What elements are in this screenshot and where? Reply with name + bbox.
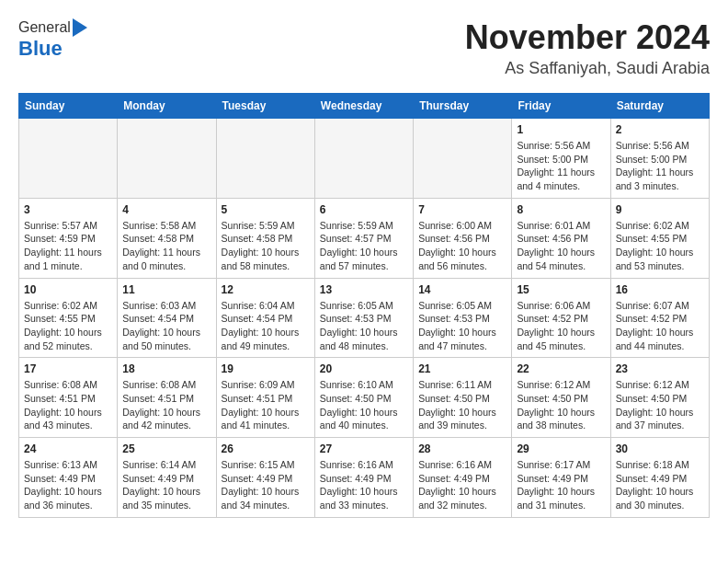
calendar-header-thursday: Thursday — [414, 94, 512, 119]
day-number: 7 — [418, 203, 506, 216]
day-info: Sunrise: 5:58 AM Sunset: 4:58 PM Dayligh… — [122, 219, 210, 273]
day-number: 24 — [24, 442, 112, 455]
calendar-cell: 16Sunrise: 6:07 AM Sunset: 4:52 PM Dayli… — [610, 278, 709, 358]
day-info: Sunrise: 5:59 AM Sunset: 4:57 PM Dayligh… — [320, 219, 408, 273]
day-number: 10 — [24, 283, 112, 296]
month-title: November 2024 — [465, 18, 710, 57]
location-title: As Saffaniyah, Saudi Arabia — [465, 59, 710, 78]
day-number: 2 — [616, 123, 704, 136]
calendar-cell — [19, 119, 118, 199]
calendar-cell: 26Sunrise: 6:15 AM Sunset: 4:49 PM Dayli… — [216, 438, 314, 518]
day-info: Sunrise: 6:12 AM Sunset: 4:50 PM Dayligh… — [517, 378, 605, 432]
calendar: SundayMondayTuesdayWednesdayThursdayFrid… — [18, 93, 710, 518]
day-info: Sunrise: 5:56 AM Sunset: 5:00 PM Dayligh… — [517, 139, 605, 193]
calendar-cell: 23Sunrise: 6:12 AM Sunset: 4:50 PM Dayli… — [610, 358, 709, 438]
day-number: 27 — [320, 442, 408, 455]
day-number: 22 — [517, 362, 605, 375]
calendar-week-4: 17Sunrise: 6:08 AM Sunset: 4:51 PM Dayli… — [19, 358, 710, 438]
day-number: 29 — [517, 442, 605, 455]
day-number: 18 — [122, 362, 210, 375]
day-number: 9 — [616, 203, 704, 216]
day-number: 28 — [418, 442, 506, 455]
day-number: 16 — [616, 283, 704, 296]
calendar-cell — [216, 119, 314, 199]
calendar-cell: 9Sunrise: 6:02 AM Sunset: 4:55 PM Daylig… — [610, 198, 709, 278]
day-number: 26 — [222, 442, 310, 455]
day-number: 6 — [320, 203, 408, 216]
day-info: Sunrise: 5:57 AM Sunset: 4:59 PM Dayligh… — [24, 219, 112, 273]
logo-blue-text: Blue — [18, 37, 63, 61]
day-number: 21 — [418, 362, 506, 375]
day-info: Sunrise: 6:07 AM Sunset: 4:52 PM Dayligh… — [616, 299, 704, 353]
calendar-cell: 14Sunrise: 6:05 AM Sunset: 4:53 PM Dayli… — [414, 278, 512, 358]
day-number: 3 — [24, 203, 112, 216]
calendar-header-sunday: Sunday — [19, 94, 118, 119]
calendar-cell: 6Sunrise: 5:59 AM Sunset: 4:57 PM Daylig… — [314, 198, 413, 278]
day-number: 17 — [24, 362, 112, 375]
calendar-cell: 19Sunrise: 6:09 AM Sunset: 4:51 PM Dayli… — [216, 358, 314, 438]
day-number: 30 — [616, 442, 704, 455]
calendar-cell: 29Sunrise: 6:17 AM Sunset: 4:49 PM Dayli… — [512, 438, 610, 518]
calendar-week-1: 1Sunrise: 5:56 AM Sunset: 5:00 PM Daylig… — [19, 119, 710, 199]
calendar-cell — [414, 119, 512, 199]
calendar-cell: 10Sunrise: 6:02 AM Sunset: 4:55 PM Dayli… — [19, 278, 118, 358]
day-number: 19 — [222, 362, 310, 375]
calendar-body: 1Sunrise: 5:56 AM Sunset: 5:00 PM Daylig… — [19, 119, 710, 518]
day-info: Sunrise: 6:10 AM Sunset: 4:50 PM Dayligh… — [320, 378, 408, 432]
calendar-cell: 30Sunrise: 6:18 AM Sunset: 4:49 PM Dayli… — [610, 438, 709, 518]
day-info: Sunrise: 6:06 AM Sunset: 4:52 PM Dayligh… — [517, 299, 605, 353]
calendar-cell: 15Sunrise: 6:06 AM Sunset: 4:52 PM Dayli… — [512, 278, 610, 358]
calendar-cell: 7Sunrise: 6:00 AM Sunset: 4:56 PM Daylig… — [414, 198, 512, 278]
day-info: Sunrise: 6:18 AM Sunset: 4:49 PM Dayligh… — [616, 458, 704, 512]
day-info: Sunrise: 6:16 AM Sunset: 4:49 PM Dayligh… — [418, 458, 506, 512]
day-info: Sunrise: 6:05 AM Sunset: 4:53 PM Dayligh… — [418, 299, 506, 353]
header: General Blue November 2024 As Saffaniyah… — [18, 18, 710, 78]
day-number: 8 — [517, 203, 605, 216]
calendar-header-wednesday: Wednesday — [314, 94, 413, 119]
calendar-cell: 2Sunrise: 5:56 AM Sunset: 5:00 PM Daylig… — [610, 119, 709, 199]
day-info: Sunrise: 6:00 AM Sunset: 4:56 PM Dayligh… — [418, 219, 506, 273]
calendar-week-5: 24Sunrise: 6:13 AM Sunset: 4:49 PM Dayli… — [19, 438, 710, 518]
day-info: Sunrise: 6:17 AM Sunset: 4:49 PM Dayligh… — [517, 458, 605, 512]
calendar-week-3: 10Sunrise: 6:02 AM Sunset: 4:55 PM Dayli… — [19, 278, 710, 358]
calendar-header-row: SundayMondayTuesdayWednesdayThursdayFrid… — [19, 94, 710, 119]
calendar-header-friday: Friday — [512, 94, 610, 119]
day-info: Sunrise: 6:11 AM Sunset: 4:50 PM Dayligh… — [418, 378, 506, 432]
calendar-cell: 13Sunrise: 6:05 AM Sunset: 4:53 PM Dayli… — [314, 278, 413, 358]
calendar-header-tuesday: Tuesday — [216, 94, 314, 119]
day-info: Sunrise: 5:56 AM Sunset: 5:00 PM Dayligh… — [616, 139, 704, 193]
calendar-header-monday: Monday — [118, 94, 216, 119]
day-info: Sunrise: 6:08 AM Sunset: 4:51 PM Dayligh… — [122, 378, 210, 432]
calendar-cell: 4Sunrise: 5:58 AM Sunset: 4:58 PM Daylig… — [118, 198, 216, 278]
calendar-cell: 8Sunrise: 6:01 AM Sunset: 4:56 PM Daylig… — [512, 198, 610, 278]
calendar-cell — [314, 119, 413, 199]
logo-arrow-icon — [73, 18, 87, 37]
day-info: Sunrise: 6:16 AM Sunset: 4:49 PM Dayligh… — [320, 458, 408, 512]
day-number: 12 — [222, 283, 310, 296]
day-number: 25 — [122, 442, 210, 455]
calendar-cell: 21Sunrise: 6:11 AM Sunset: 4:50 PM Dayli… — [414, 358, 512, 438]
day-number: 5 — [222, 203, 310, 216]
day-info: Sunrise: 6:15 AM Sunset: 4:49 PM Dayligh… — [222, 458, 310, 512]
calendar-cell: 3Sunrise: 5:57 AM Sunset: 4:59 PM Daylig… — [19, 198, 118, 278]
day-info: Sunrise: 6:12 AM Sunset: 4:50 PM Dayligh… — [616, 378, 704, 432]
day-info: Sunrise: 6:13 AM Sunset: 4:49 PM Dayligh… — [24, 458, 112, 512]
day-info: Sunrise: 6:08 AM Sunset: 4:51 PM Dayligh… — [24, 378, 112, 432]
day-number: 14 — [418, 283, 506, 296]
day-number: 1 — [517, 123, 605, 136]
calendar-cell: 27Sunrise: 6:16 AM Sunset: 4:49 PM Dayli… — [314, 438, 413, 518]
day-number: 13 — [320, 283, 408, 296]
day-info: Sunrise: 6:04 AM Sunset: 4:54 PM Dayligh… — [222, 299, 310, 353]
calendar-cell — [118, 119, 216, 199]
calendar-cell: 20Sunrise: 6:10 AM Sunset: 4:50 PM Dayli… — [314, 358, 413, 438]
calendar-cell: 22Sunrise: 6:12 AM Sunset: 4:50 PM Dayli… — [512, 358, 610, 438]
day-info: Sunrise: 6:03 AM Sunset: 4:54 PM Dayligh… — [122, 299, 210, 353]
calendar-cell: 1Sunrise: 5:56 AM Sunset: 5:00 PM Daylig… — [512, 119, 610, 199]
day-info: Sunrise: 6:09 AM Sunset: 4:51 PM Dayligh… — [222, 378, 310, 432]
day-number: 11 — [122, 283, 210, 296]
day-info: Sunrise: 6:01 AM Sunset: 4:56 PM Dayligh… — [517, 219, 605, 273]
logo: General Blue — [18, 18, 87, 61]
day-number: 4 — [122, 203, 210, 216]
calendar-cell: 12Sunrise: 6:04 AM Sunset: 4:54 PM Dayli… — [216, 278, 314, 358]
calendar-cell: 24Sunrise: 6:13 AM Sunset: 4:49 PM Dayli… — [19, 438, 118, 518]
